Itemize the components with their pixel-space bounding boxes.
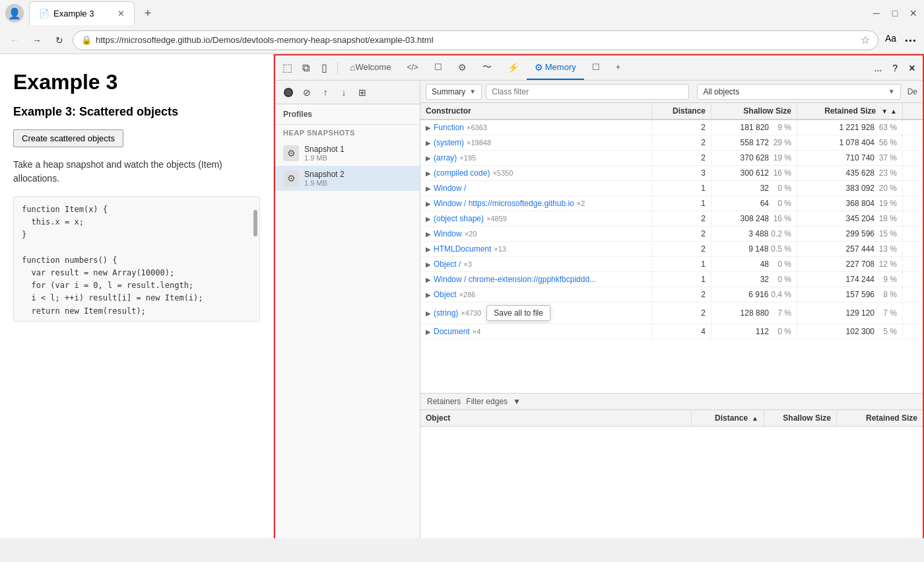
row-expand-icon[interactable]: ▶	[426, 155, 431, 162]
tab-welcome[interactable]: ⌂ Welcome	[342, 55, 399, 80]
url-input[interactable]	[96, 35, 857, 45]
collect-garbage-button[interactable]: ⊞	[354, 85, 370, 100]
save-to-file-tooltip[interactable]: Save all to file	[486, 305, 550, 321]
table-row[interactable]: ▶Object×28626 9160.4 %157 5968 %	[420, 287, 923, 302]
table-row[interactable]: ▶(compiled code)×53503300 61216 %435 628…	[420, 166, 923, 181]
distance-column-header[interactable]: Distance	[652, 103, 711, 119]
retained-size-pct: 5 %	[877, 327, 897, 336]
tab-application[interactable]: ☐	[584, 55, 608, 80]
tab-memory[interactable]: ⚙ Memory	[527, 55, 584, 80]
shallow-size-cell: 370 62819 %	[711, 151, 797, 165]
de-label: De	[908, 87, 917, 96]
welcome-icon: ⌂	[350, 62, 355, 73]
retained-size-column-header[interactable]: Retained Size ▼ ▲	[797, 103, 903, 119]
browser-tab-active[interactable]: 📄 Example 3 ✕	[29, 1, 135, 25]
inspect-tool-button[interactable]: ⬚	[278, 59, 296, 77]
row-expand-icon[interactable]: ▶	[426, 246, 431, 253]
record-heap-button[interactable]	[280, 85, 296, 100]
table-row[interactable]: ▶Window / chrome-extension://gpphkfbcpid…	[420, 272, 923, 287]
load-profile-button[interactable]: ↑	[317, 85, 333, 100]
constructor-cell: ▶Window / https://microsoftedge.github.i…	[420, 196, 652, 211]
row-expand-icon[interactable]: ▶	[426, 200, 431, 207]
row-expand-icon[interactable]: ▶	[426, 139, 431, 147]
sidebar-toggle-button[interactable]: ▯	[315, 59, 333, 77]
shallow-size-column-header[interactable]: Shallow Size	[711, 103, 797, 119]
tab-elements[interactable]: </>	[399, 55, 426, 80]
table-row[interactable]: ▶Object /×31480 %227 70812 %	[420, 257, 923, 272]
row-expand-icon[interactable]: ▶	[426, 310, 431, 317]
table-row[interactable]: ▶HTMLDocument×1329 1480.5 %257 44413 %	[420, 242, 923, 257]
memory-table-body: ▶Function×63632181 8209 %1 221 92863 %▶(…	[420, 120, 923, 393]
row-expand-icon[interactable]: ▶	[426, 276, 431, 283]
tab-network[interactable]: 〜	[475, 55, 500, 80]
retainers-header: Retainers Filter edges ▼	[420, 394, 923, 410]
maximize-button[interactable]: □	[890, 8, 900, 18]
new-tab-button[interactable]: +	[137, 1, 158, 25]
retained-size-pct: 23 %	[877, 168, 897, 178]
refresh-button[interactable]: ↻	[50, 31, 69, 50]
row-expand-icon[interactable]: ▶	[426, 230, 431, 238]
instance-count: ×20	[465, 230, 477, 238]
row-expand-icon[interactable]: ▶	[426, 185, 431, 192]
minimize-button[interactable]: ─	[871, 8, 882, 18]
tab-console[interactable]: ☐	[426, 55, 450, 80]
snapshot-2-icon: ⚙	[283, 170, 299, 186]
save-profile-button[interactable]: ↓	[336, 85, 352, 100]
snapshot-1-item[interactable]: ⚙ Snapshot 1 1.9 MB	[275, 141, 420, 166]
close-window-button[interactable]: ✕	[908, 8, 919, 18]
snapshot-2-item[interactable]: ⚙ Snapshot 2 1.9 MB	[275, 166, 420, 191]
row-expand-icon[interactable]: ▶	[426, 170, 431, 177]
device-tool-button[interactable]: ⧉	[296, 59, 315, 77]
shallow-size-pct: 0 %	[772, 327, 791, 336]
retained-size-cell: 299 59615 %	[797, 227, 903, 241]
table-row[interactable]: ▶(string)×4730Save all to file2128 8807 …	[420, 302, 923, 324]
more-options-button[interactable]: ⋯	[902, 30, 919, 50]
retainers-retained-col[interactable]: Retained Size	[837, 410, 923, 426]
table-row[interactable]: ▶Window×2023 4880.2 %299 59615 %	[420, 227, 923, 242]
retainers-label: Retainers	[427, 397, 461, 406]
filter-edges-arrow[interactable]: ▼	[513, 397, 521, 406]
distance-cell: 1	[652, 181, 711, 195]
table-row[interactable]: ▶Function×63632181 8209 %1 221 92863 %	[420, 120, 923, 135]
table-row[interactable]: ▶Document×441120 %102 3005 %	[420, 324, 923, 339]
back-button[interactable]: ←	[5, 31, 24, 50]
retainers-object-col[interactable]: Object	[420, 410, 692, 426]
tab-performance[interactable]: ⚡	[500, 55, 527, 80]
tab-close-btn[interactable]: ✕	[117, 9, 125, 18]
constructor-name: Object	[434, 290, 457, 299]
devtools-help-button[interactable]: ?	[888, 60, 902, 76]
url-bar[interactable]: 🔒 ☆	[73, 30, 878, 50]
objects-dropdown[interactable]: All objects ▼	[697, 84, 900, 100]
table-row[interactable]: ▶(system)×198482558 17229 %1 078 40456 %	[420, 135, 923, 151]
row-expand-icon[interactable]: ▶	[426, 124, 431, 131]
table-row[interactable]: ▶(array)×1952370 62819 %710 74037 %	[420, 151, 923, 166]
clear-profiles-button[interactable]: ⊘	[299, 85, 315, 100]
row-expand-icon[interactable]: ▶	[426, 261, 431, 268]
retainers-shallow-col[interactable]: Shallow Size	[764, 410, 837, 426]
retainers-distance-col[interactable]: Distance ▲	[692, 410, 764, 426]
code-scrollbar[interactable]	[253, 197, 258, 321]
constructor-column-header[interactable]: Constructor	[420, 103, 652, 119]
class-filter-input[interactable]	[486, 84, 689, 100]
row-spacer	[903, 227, 923, 241]
devtools-close-button[interactable]: ✕	[904, 60, 920, 76]
forward-button[interactable]: →	[28, 31, 46, 50]
table-row[interactable]: ▶Window /1320 %383 09220 %	[420, 181, 923, 196]
read-aloud-icon[interactable]: Aa	[882, 30, 899, 50]
devtools-more-button[interactable]: ...	[871, 60, 886, 76]
summary-dropdown[interactable]: Summary ▼	[426, 84, 482, 100]
row-expand-icon[interactable]: ▶	[426, 328, 431, 335]
tab-sources[interactable]: ⚙	[450, 55, 475, 80]
row-expand-icon[interactable]: ▶	[426, 215, 431, 223]
main-layout: Example 3 Example 3: Scattered objects C…	[0, 54, 924, 538]
favorites-icon[interactable]: ☆	[861, 34, 870, 46]
create-scattered-objects-button[interactable]: Create scattered objects	[13, 129, 123, 147]
constructor-cell: ▶Document×4	[420, 324, 652, 339]
table-row[interactable]: ▶(object shape)×48592308 24816 %345 2041…	[420, 211, 923, 227]
row-expand-icon[interactable]: ▶	[426, 291, 431, 299]
shallow-size-pct: 0.5 %	[771, 244, 791, 254]
nav-bar: ← → ↻ 🔒 ☆ Aa ⋯	[0, 26, 924, 54]
table-row[interactable]: ▶Window / https://microsoftedge.github.i…	[420, 196, 923, 211]
retained-size-pct: 8 %	[877, 290, 897, 299]
tab-add[interactable]: +	[608, 55, 629, 80]
